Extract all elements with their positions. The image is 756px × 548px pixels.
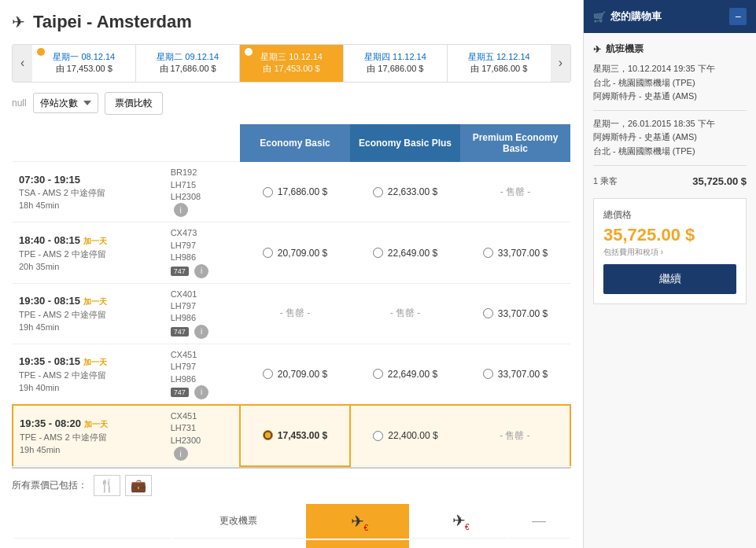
stop-filter[interactable]: 停站次數 bbox=[33, 93, 98, 113]
flight-codes: CX401 LH797 LH986 bbox=[171, 289, 234, 325]
price-radio: 33,707.00 $ bbox=[467, 308, 564, 319]
flight-duration: 19h 45min bbox=[19, 322, 158, 332]
sidebar-minimize-button[interactable]: − bbox=[729, 8, 747, 25]
price-radio-input[interactable] bbox=[263, 369, 273, 379]
passengers-label: 1 乘客 bbox=[593, 175, 618, 187]
flight-code: LH986 bbox=[171, 252, 234, 263]
meal-icon: 🍴 bbox=[94, 475, 120, 496]
flight-info: 18:40 - 08:15 加一天 TPE - AMS 2 中途停留 20h 3… bbox=[19, 234, 158, 271]
flight-codes-cell: BR192 LH715 LH2308 i bbox=[164, 162, 240, 223]
date-day-3: 星期四 11.12.14 bbox=[353, 51, 437, 63]
date-item-1[interactable]: 星期二 09.12.14 由 17,686.00 $ bbox=[136, 45, 240, 82]
flight-info-button[interactable]: i bbox=[194, 385, 208, 399]
cart-title-label: 您的購物車 bbox=[610, 9, 662, 24]
flight-duration: 20h 35min bbox=[19, 262, 158, 271]
flight-route: TPE - AMS 2 中途停留 bbox=[19, 309, 158, 321]
price-value: 22,649.00 $ bbox=[388, 369, 437, 380]
price-value: 22,633.00 $ bbox=[388, 186, 437, 197]
flight-codes: CX451 LH731 LH2300 bbox=[171, 410, 233, 447]
sold-out-label: - 售罄 - bbox=[500, 430, 530, 441]
sidebar-title: 🛒 您的購物車 bbox=[593, 9, 662, 24]
sold-out-label: - 售罄 - bbox=[500, 186, 531, 197]
feature-cell-ebp: ✈€ bbox=[411, 504, 507, 539]
plane-cart-icon: ✈ bbox=[593, 44, 601, 55]
col-header-premium-economy: Premium Economy Basic bbox=[460, 124, 570, 162]
feature-cell-pe: — bbox=[508, 504, 570, 539]
flight-codes-cell: CX451 LH731 LH2300 i bbox=[164, 405, 240, 466]
date-next-button[interactable]: › bbox=[551, 45, 570, 82]
flight-info-space bbox=[13, 540, 171, 548]
date-prev-button[interactable]: ‹ bbox=[13, 45, 32, 82]
flight-code: LH715 bbox=[171, 179, 234, 191]
price-value: 17,686.00 $ bbox=[278, 186, 327, 197]
price-radio-input[interactable] bbox=[483, 308, 493, 318]
price-compare-filter-button[interactable]: 票價比較 bbox=[105, 92, 163, 115]
date-price-1: 由 17,686.00 $ bbox=[146, 63, 230, 75]
table-row: 19:30 - 08:15 加一天 TPE - AMS 2 中途停留 19h 4… bbox=[13, 283, 570, 344]
outbound-datetime: 星期三，10.12.2014 19:35 下午 bbox=[593, 62, 747, 76]
continue-button[interactable]: 繼續 bbox=[603, 264, 736, 294]
price-value: 20,709.00 $ bbox=[278, 248, 327, 259]
flight-codes-cell: CX451 LH797 LH986 747 i bbox=[164, 344, 240, 405]
outbound-from: 台北 - 桃園國際機場 (TPE) bbox=[593, 76, 747, 90]
flight-route: TPE - AMS 2 中途停留 bbox=[19, 370, 158, 381]
flight-code: LH797 bbox=[171, 361, 234, 373]
price-radio-input[interactable] bbox=[263, 248, 273, 258]
date-selector: ‹ 星期一 08.12.14 由 17,453.00 $ 星期二 09.12.1… bbox=[12, 44, 571, 83]
feature-cell-eb: ✈✕ bbox=[306, 540, 409, 548]
sidebar: 🛒 您的購物車 − ✈ 航班機票 星期三，10.12.2014 19:35 下午… bbox=[583, 0, 756, 548]
flight-time: 07:30 - 19:15 bbox=[19, 174, 158, 186]
price-radio: 20,709.00 $ bbox=[246, 248, 344, 259]
price-cell-pe: 33,707.00 $ bbox=[460, 283, 570, 344]
flight-time: 19:35 - 08:15 加一天 bbox=[19, 355, 158, 368]
price-radio-input[interactable] bbox=[373, 248, 383, 258]
sold-out-label: - 售罄 - bbox=[390, 307, 421, 318]
price-radio-input[interactable] bbox=[373, 369, 383, 379]
flight-info-cell: 18:40 - 08:15 加一天 TPE - AMS 2 中途停留 20h 3… bbox=[13, 223, 164, 283]
price-radio-input[interactable] bbox=[263, 430, 273, 440]
date-item-3[interactable]: 星期四 11.12.14 由 17,686.00 $ bbox=[344, 45, 448, 82]
price-radio: 22,400.00 $ bbox=[357, 430, 454, 441]
price-radio-input[interactable] bbox=[483, 369, 493, 379]
price-radio-input[interactable] bbox=[483, 248, 493, 258]
total-label: 總價格 bbox=[603, 208, 736, 222]
flight-info-button[interactable]: i bbox=[194, 264, 208, 278]
feature-cell-eb: ✈€ bbox=[306, 504, 409, 539]
date-item-2[interactable]: 星期三 10.12.14 由 17,453.00 $ bbox=[240, 45, 344, 82]
filters: null 停站次數 票價比較 bbox=[12, 92, 571, 115]
flight-info-button[interactable]: i bbox=[174, 447, 188, 461]
feature-row-refund: 機票退款 ✈✕ ✈€ — bbox=[13, 540, 570, 548]
price-cell-ebp: 22,633.00 $ bbox=[350, 162, 460, 223]
price-cell-ebp: 22,649.00 $ bbox=[350, 223, 460, 283]
price-radio-input[interactable] bbox=[373, 431, 383, 441]
price-value: 33,707.00 $ bbox=[498, 369, 548, 380]
date-item-4[interactable]: 星期五 12.12.14 由 17,686.00 $ bbox=[448, 45, 551, 82]
flight-info-button[interactable]: i bbox=[174, 203, 188, 217]
table-row: 19:35 - 08:15 加一天 TPE - AMS 2 中途停留 19h 4… bbox=[13, 344, 570, 405]
feature-name: 更改機票 bbox=[172, 504, 304, 539]
price-radio-input[interactable] bbox=[263, 187, 273, 197]
flight-info-cell: 19:35 - 08:20 加一天 TPE - AMS 2 中途停留 19h 4… bbox=[13, 405, 164, 466]
price-cell-ebp: - 售罄 - bbox=[350, 283, 460, 344]
price-radio-input[interactable] bbox=[373, 187, 383, 197]
date-price-3: 由 17,686.00 $ bbox=[353, 63, 437, 75]
date-item-0[interactable]: 星期一 08.12.14 由 17,453.00 $ bbox=[32, 45, 136, 82]
flight-code: CX473 bbox=[171, 227, 234, 239]
price-radio: 22,649.00 $ bbox=[356, 369, 454, 380]
price-cell-pe: - 售罄 - bbox=[460, 162, 570, 223]
flight-codes-cell: CX401 LH797 LH986 747 i bbox=[164, 283, 240, 344]
feature-cell-ebp: ✈€ bbox=[411, 540, 507, 548]
flight-info-button[interactable]: i bbox=[194, 325, 208, 339]
sidebar-header: 🛒 您的購物車 − bbox=[584, 0, 756, 33]
flight-code: LH797 bbox=[171, 240, 234, 252]
price-radio: 22,633.00 $ bbox=[356, 186, 454, 197]
price-radio: 33,707.00 $ bbox=[467, 369, 564, 380]
sidebar-content: ✈ 航班機票 星期三，10.12.2014 19:35 下午 台北 - 桃園國際… bbox=[584, 33, 756, 548]
features-table: 更改機票 ✈€ ✈€ — bbox=[12, 502, 571, 548]
change-plane-icon-ebp: ✈€ bbox=[452, 511, 466, 530]
date-day-1: 星期二 09.12.14 bbox=[146, 51, 230, 63]
flight-code: CX401 bbox=[171, 289, 234, 300]
flight-code: BR192 bbox=[171, 167, 234, 178]
total-note: 包括費用和稅項 › bbox=[603, 247, 736, 258]
flight-code: LH986 bbox=[171, 373, 234, 385]
